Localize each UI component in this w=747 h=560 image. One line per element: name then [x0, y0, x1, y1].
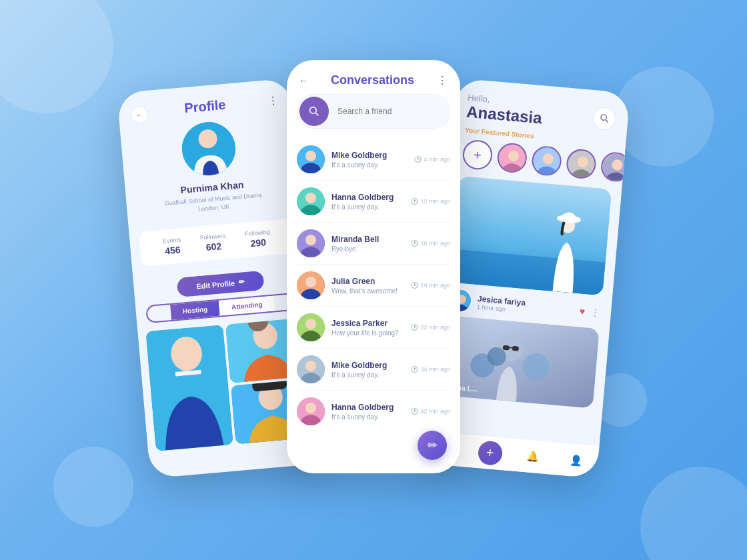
conv-avatar-3 — [297, 271, 325, 299]
add-nav-button[interactable]: + — [477, 440, 503, 466]
conv-avatar-6 — [297, 397, 325, 425]
conv-menu-button[interactable]: ⋮ — [437, 74, 448, 87]
more-options-button[interactable]: ⋮ — [590, 307, 601, 318]
search-input[interactable] — [331, 99, 450, 124]
profile-header: ← ⋮ Profile Purnima Khan Guidhall School… — [117, 78, 301, 226]
conv-avatar-2 — [297, 229, 325, 257]
conv-info-4: Jessica Parker How your life is going? — [331, 319, 404, 337]
home-search-button[interactable] — [592, 106, 617, 131]
conversation-item-5[interactable]: Mike Goldberg It's a sunny day. 🕐 34 min… — [287, 349, 460, 390]
post-image-svg: Runa L... — [440, 315, 600, 409]
search-button[interactable] — [299, 97, 329, 126]
clock-icon: 🕐 — [411, 198, 418, 205]
conversations-title: Conversations — [331, 73, 414, 87]
search-icon — [600, 113, 610, 123]
conv-avatar-0 — [297, 145, 325, 173]
story-item-1[interactable] — [496, 142, 528, 174]
conv-info-2: Miranda Bell Bye-bye. — [331, 235, 404, 253]
conv-time-1: 🕐 12 min ago — [411, 198, 450, 205]
edit-profile-button[interactable]: Edit Profile ✏ — [177, 271, 265, 297]
conv-info-5: Mike Goldberg It's a sunny day. — [331, 361, 404, 379]
profile-nav-button[interactable]: 👤 — [564, 447, 590, 473]
conversation-item-4[interactable]: Jessica Parker How your life is going? 🕐… — [287, 307, 460, 348]
svg-rect-46 — [503, 345, 510, 351]
conv-avatar-1 — [297, 187, 325, 215]
followers-stat: Followers 602 — [200, 233, 227, 253]
conv-time-5: 🕐 34 min ago — [411, 366, 450, 373]
conversation-item-3[interactable]: Julia Green Wow, that's awesome! 🕐 19 mi… — [287, 265, 460, 306]
conv-avatar-5 — [297, 355, 325, 383]
menu-button[interactable]: ⋮ — [267, 94, 280, 107]
gallery-image-1 — [145, 325, 233, 451]
notifications-nav-button[interactable]: 🔔 — [520, 443, 546, 469]
search-icon — [309, 106, 319, 117]
events-stat: Events 456 — [163, 236, 183, 256]
conv-avatar-4 — [297, 313, 325, 341]
attending-tab[interactable]: Attending — [219, 296, 275, 316]
svg-point-16 — [305, 193, 316, 203]
clock-icon: 🕐 — [411, 240, 418, 247]
svg-point-11 — [310, 107, 317, 114]
phones-container: ← ⋮ Profile Purnima Khan Guidhall School… — [40, 73, 707, 487]
conv-info-1: Hanna Goldberg It's a sunny day. — [331, 193, 404, 211]
svg-rect-47 — [512, 346, 520, 351]
svg-point-26 — [305, 403, 316, 413]
conversation-item-0[interactable]: Mike Goldberg It's a sunny day. 🕐 4 min … — [287, 139, 460, 180]
svg-point-18 — [305, 235, 316, 245]
svg-point-14 — [305, 151, 316, 161]
avatar — [180, 120, 238, 178]
conversation-item-1[interactable]: Hanna Goldberg It's a sunny day. 🕐 12 mi… — [287, 181, 460, 222]
conversations-header: ← Conversations ⋮ — [287, 60, 460, 94]
compose-button[interactable]: ✏ — [418, 431, 447, 460]
svg-point-22 — [305, 319, 316, 329]
story-item-3[interactable] — [566, 148, 598, 180]
search-bar — [297, 94, 450, 129]
add-story-button[interactable]: + — [462, 139, 494, 171]
conv-time-6: 🕐 42 min ago — [411, 408, 450, 415]
hosting-tab[interactable]: Hosting — [170, 301, 220, 320]
story-item-2[interactable] — [531, 145, 563, 177]
profile-avatar-image — [180, 120, 238, 178]
svg-line-12 — [315, 113, 318, 115]
featured-image-svg — [450, 176, 612, 295]
conv-time-4: 🕐 22 min ago — [411, 324, 450, 331]
like-button[interactable]: ♥ — [579, 305, 586, 317]
conv-info-6: Hanna Goldberg It's a sunny day. — [331, 403, 404, 421]
conversations-list: Mike Goldberg It's a sunny day. 🕐 4 min … — [287, 139, 460, 432]
conversation-item-6[interactable]: Hanna Goldberg It's a sunny day. 🕐 42 mi… — [287, 391, 460, 432]
clock-icon: 🕐 — [411, 366, 418, 373]
conv-back-button[interactable]: ← — [299, 75, 308, 86]
conv-time-3: 🕐 19 min ago — [411, 282, 450, 289]
following-stat: Following 290 — [244, 229, 271, 249]
clock-icon: 🕐 — [411, 408, 418, 415]
svg-rect-44 — [440, 315, 600, 409]
story-item-4[interactable] — [600, 151, 625, 183]
conv-time-0: 🕐 4 min ago — [414, 156, 450, 163]
conv-time-2: 🕐 16 min ago — [411, 240, 450, 247]
conversation-item-2[interactable]: Miranda Bell Bye-bye. 🕐 16 min ago — [287, 223, 460, 264]
svg-point-24 — [305, 361, 316, 371]
conv-info-3: Julia Green Wow, that's awesome! — [331, 277, 404, 295]
post-image: Runa L... — [440, 315, 600, 409]
svg-point-20 — [305, 277, 316, 287]
conversations-phone: ← Conversations ⋮ Mike Goldberg It's a s — [287, 60, 460, 473]
svg-line-28 — [606, 120, 608, 123]
profile-stats: Events 456 Followers 602 Following 290 — [139, 219, 295, 267]
featured-story-image — [450, 176, 612, 295]
svg-point-27 — [601, 115, 607, 121]
profile-title: Profile — [131, 93, 279, 121]
edit-icon: ✏ — [239, 277, 245, 287]
conv-info-0: Mike Goldberg It's a sunny day. — [331, 151, 408, 169]
clock-icon: 🕐 — [411, 324, 418, 331]
clock-icon: 🕐 — [411, 282, 418, 289]
clock-icon: 🕐 — [414, 156, 422, 163]
